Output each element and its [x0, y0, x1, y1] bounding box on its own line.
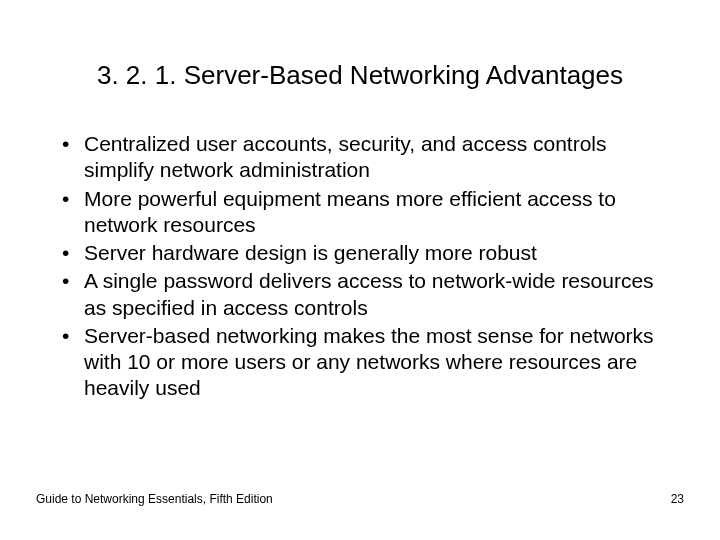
list-item: • More powerful equipment means more eff…: [62, 186, 670, 239]
list-item: • Server hardware design is generally mo…: [62, 240, 670, 266]
slide: 3. 2. 1. Server-Based Networking Advanta…: [0, 0, 720, 540]
bullet-dot-icon: •: [62, 186, 84, 212]
list-item-text: Centralized user accounts, security, and…: [84, 131, 670, 184]
list-item-text: Server-based networking makes the most s…: [84, 323, 670, 402]
list-item: • Centralized user accounts, security, a…: [62, 131, 670, 184]
page-number: 23: [671, 492, 684, 506]
list-item: • Server-based networking makes the most…: [62, 323, 670, 402]
slide-title: 3. 2. 1. Server-Based Networking Advanta…: [0, 0, 720, 131]
list-item-text: Server hardware design is generally more…: [84, 240, 670, 266]
footer: Guide to Networking Essentials, Fifth Ed…: [36, 492, 684, 506]
bullet-dot-icon: •: [62, 131, 84, 157]
bullet-dot-icon: •: [62, 268, 84, 294]
bullet-dot-icon: •: [62, 323, 84, 349]
list-item-text: More powerful equipment means more effic…: [84, 186, 670, 239]
list-item-text: A single password delivers access to net…: [84, 268, 670, 321]
list-item: • A single password delivers access to n…: [62, 268, 670, 321]
bullet-list: • Centralized user accounts, security, a…: [0, 131, 720, 402]
bullet-dot-icon: •: [62, 240, 84, 266]
footer-source: Guide to Networking Essentials, Fifth Ed…: [36, 492, 273, 506]
